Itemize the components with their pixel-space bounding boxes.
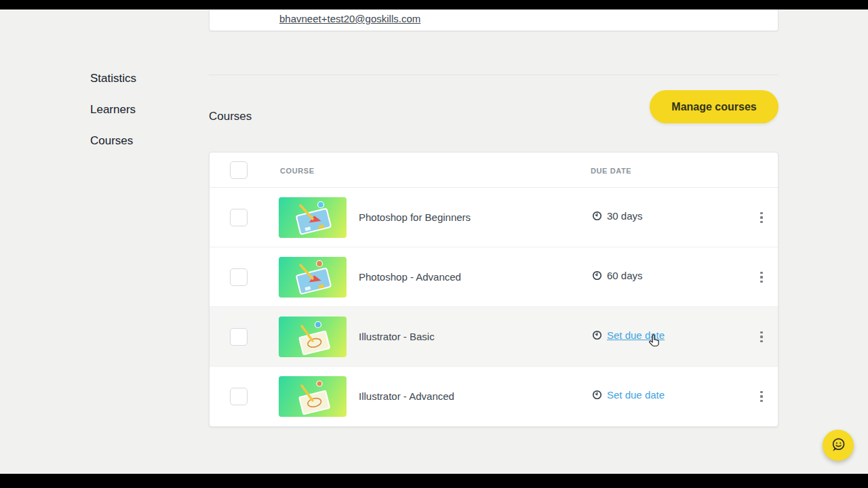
table-row: Photoshop for Beginners 30 days	[210, 188, 778, 247]
set-due-date-link[interactable]: Set due date	[607, 389, 665, 401]
paper-pen-illustration-icon	[279, 376, 347, 417]
row-menu-button[interactable]	[755, 268, 768, 286]
chat-widget-button[interactable]	[823, 430, 854, 461]
due-date-cell: 30 days	[592, 210, 643, 222]
select-all-checkbox[interactable]	[230, 161, 248, 179]
smiley-chat-icon	[829, 436, 848, 455]
row-checkbox[interactable]	[230, 388, 248, 405]
course-title: Illustrator - Advanced	[359, 390, 454, 402]
clock-icon	[592, 211, 602, 221]
course-title: Photoshop for Beginners	[359, 211, 471, 223]
sidebar-item-statistics[interactable]: Statistics	[90, 72, 136, 88]
due-date-cell: 60 days	[592, 270, 643, 281]
course-thumbnail-photoshop	[279, 197, 347, 238]
table-header-row: COURSE DUE DATE	[210, 152, 778, 188]
tablet-illustration-icon	[279, 257, 347, 298]
column-header-due-date: DUE DATE	[591, 167, 631, 175]
column-header-course: COURSE	[280, 167, 315, 175]
table-row: Illustrator - Advanced Set due date	[210, 367, 778, 426]
course-thumbnail-illustrator	[279, 376, 347, 417]
manage-courses-button[interactable]: Manage courses	[650, 90, 778, 123]
learner-email-link[interactable]: bhavneet+test20@goskills.com	[279, 13, 420, 24]
set-due-date-link[interactable]: Set due date	[607, 329, 665, 341]
course-title: Photoshop - Advanced	[359, 271, 461, 283]
row-menu-button[interactable]	[755, 209, 768, 226]
row-checkbox[interactable]	[230, 268, 248, 286]
due-date-cell: Set due date	[592, 329, 665, 341]
clock-icon	[592, 270, 602, 281]
courses-table: COURSE DUE DATE Photoshop for Beginners	[209, 152, 778, 427]
row-menu-button[interactable]	[755, 328, 768, 346]
table-row: Photoshop - Advanced 60 days	[210, 247, 778, 307]
clock-icon	[592, 390, 602, 400]
row-menu-button[interactable]	[755, 388, 768, 405]
tablet-illustration-icon	[279, 197, 347, 238]
bottom-letterbox-bar	[0, 474, 868, 488]
row-checkbox[interactable]	[230, 209, 248, 226]
sidebar-item-courses[interactable]: Courses	[90, 134, 136, 150]
course-thumbnail-photoshop	[279, 257, 347, 298]
row-checkbox[interactable]	[230, 328, 248, 346]
sidebar-item-learners[interactable]: Learners	[90, 103, 136, 119]
clock-icon	[592, 330, 602, 340]
course-thumbnail-illustrator	[279, 317, 347, 357]
sidebar: Statistics Learners Courses	[90, 72, 136, 165]
courses-section-title: Courses	[209, 110, 252, 123]
due-date-value: 30 days	[607, 210, 643, 222]
course-title: Illustrator - Basic	[359, 331, 435, 342]
due-date-value: 60 days	[607, 270, 643, 281]
table-row: Illustrator - Basic Set due date	[210, 307, 778, 367]
due-date-cell: Set due date	[592, 389, 665, 401]
section-divider	[209, 75, 778, 75]
paper-pen-illustration-icon	[279, 317, 347, 357]
top-letterbox-bar	[0, 0, 868, 9]
